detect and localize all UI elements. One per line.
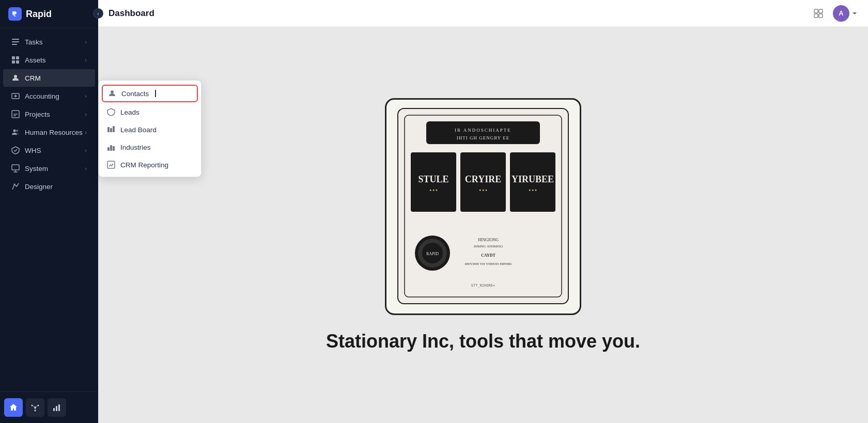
svg-rect-18 [53,408,55,411]
svg-text:● ● ●: ● ● ● [529,188,537,192]
svg-point-7 [14,75,17,78]
projects-icon [11,110,20,118]
sidebar-item-human-resources[interactable]: Human Resources › [3,123,95,141]
dropdown-item-label: Leads [120,108,140,116]
sidebar-item-label: Designer [25,183,53,191]
svg-point-11 [16,130,18,132]
svg-rect-2 [12,44,17,45]
footer-chart-button[interactable] [48,398,66,417]
svg-rect-1 [12,41,19,42]
sidebar-item-label: Projects [25,111,50,118]
grid-icon [814,9,823,18]
svg-rect-21 [814,9,818,13]
chevron-right-icon: › [85,111,87,117]
svg-point-16 [38,405,39,406]
footer-home-button[interactable] [4,398,23,417]
dashboard-image: IR ANDOSCHIAPTE IHTI GH GENGRY EE STULE … [385,98,581,315]
topbar-right: A [810,5,858,22]
sidebar-item-crm[interactable]: CRM [3,69,95,87]
svg-point-10 [13,130,16,132]
svg-rect-54 [113,146,115,151]
footer-nodes-button[interactable] [26,398,44,417]
app-logo[interactable]: Rapid [0,0,98,28]
topbar: Dashboard A [98,0,868,27]
svg-text:HINGIONG: HINGIONG [478,238,499,242]
svg-rect-49 [107,127,110,132]
svg-point-17 [35,410,36,412]
sidebar-item-label: CRM [25,74,41,82]
svg-rect-23 [814,14,818,18]
svg-text:400YIHH YH YHHOD HIPHIK: 400YIHH YH YHHOD HIPHIK [464,262,512,266]
svg-rect-22 [819,9,823,13]
accounting-icon [11,92,20,100]
sidebar-footer [0,391,98,423]
chevron-right-icon: › [85,39,87,45]
svg-text:STULE: STULE [418,174,448,184]
chevron-right-icon: › [85,165,87,171]
dropdown-item-label: Lead Board [120,126,157,134]
dropdown-item-lead-board[interactable]: Lead Board [99,121,201,138]
svg-rect-53 [110,145,112,151]
text-cursor [155,90,156,97]
svg-text:CRYIRE: CRYIRE [465,174,501,184]
svg-rect-3 [12,56,15,59]
svg-rect-6 [16,60,19,64]
chart-icon [53,403,61,412]
svg-text:● ● ●: ● ● ● [479,188,487,192]
svg-rect-19 [56,406,57,411]
svg-text:IHTI GH GENGRY EE: IHTI GH GENGRY EE [457,135,509,140]
svg-rect-50 [110,128,112,132]
svg-rect-27 [426,121,540,144]
sidebar-item-label: WHS [25,147,41,154]
dropdown-item-leads[interactable]: Leads [99,103,201,121]
sidebar-navigation: Tasks › Assets › CRM Accounting › [0,28,98,391]
svg-rect-24 [819,14,823,18]
svg-point-13 [14,184,16,185]
svg-rect-20 [58,404,60,411]
user-avatar-button[interactable]: A [833,5,858,22]
sidebar-item-assets[interactable]: Assets › [3,51,95,69]
chevron-right-icon: › [85,129,87,135]
sidebar-item-system[interactable]: System › [3,160,95,177]
sidebar-item-tasks[interactable]: Tasks › [3,33,95,51]
user-chevron-down-icon [851,10,858,17]
page-title: Dashboard [109,8,154,19]
svg-rect-52 [107,147,110,151]
sidebar-item-accounting[interactable]: Accounting › [3,87,95,105]
sketch-svg: IR ANDOSCHIAPTE IHTI GH GENGRY EE STULE … [395,106,571,307]
chevron-right-icon: › [85,57,87,63]
sidebar-item-projects[interactable]: Projects › [3,105,95,123]
home-icon [9,403,18,412]
dropdown-item-label: Contacts [121,90,149,98]
sidebar-collapse-button[interactable]: ‹ [93,8,103,19]
human-resources-icon [11,128,20,136]
main-area: Dashboard A IR ANDOSCHIA [98,0,868,423]
svg-text:YIRUBEE: YIRUBEE [512,174,554,184]
chevron-right-icon: › [85,147,87,153]
dropdown-item-industries[interactable]: Industries [99,138,201,156]
dropdown-item-crm-reporting[interactable]: CRM Reporting [99,156,201,174]
chevron-right-icon: › [85,93,87,99]
sidebar-item-label: Tasks [25,38,43,46]
tasks-icon [11,38,20,46]
designer-icon [11,182,20,191]
topbar-grid-icon-button[interactable] [810,5,827,22]
dropdown-item-contacts[interactable]: Contacts [102,85,198,102]
dashboard-content: IR ANDOSCHIAPTE IHTI GH GENGRY EE STULE … [326,98,640,352]
lead-board-icon [107,126,115,134]
sidebar-item-label: Accounting [25,92,59,100]
sidebar: Rapid ‹ Tasks › Assets › CRM [0,0,98,423]
sidebar-item-label: System [25,165,48,173]
crm-dropdown-menu: Contacts Leads Lead Board Industries CRM… [98,80,202,177]
svg-text:HIMNG ATHMISO: HIMNG ATHMISO [474,244,503,248]
system-icon [11,164,20,173]
sidebar-item-whs[interactable]: WHS › [3,142,95,159]
svg-text:RAPID: RAPID [426,252,439,256]
assets-icon [11,56,20,64]
svg-rect-0 [12,39,19,40]
svg-point-15 [32,405,33,406]
svg-text:CAYDT: CAYDT [481,253,495,258]
svg-rect-5 [12,60,15,64]
sidebar-item-designer[interactable]: Designer [3,178,95,195]
svg-rect-4 [16,56,19,59]
